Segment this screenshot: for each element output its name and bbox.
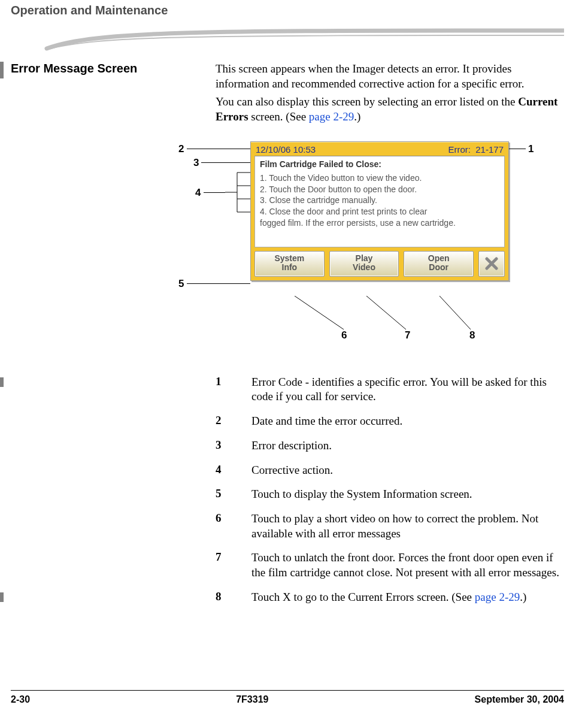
legend-text-span: Error description. xyxy=(251,439,332,452)
bracket-icon xyxy=(225,171,251,216)
footer-rule xyxy=(11,690,564,691)
dialog-step-4: 4. Close the door and print test prints … xyxy=(260,206,499,217)
legend-text-span: System Information xyxy=(347,488,437,500)
dialog-button-row: System Info Play Video Open Door xyxy=(251,251,508,280)
leader-line xyxy=(440,296,475,332)
section-title: Error Message Screen xyxy=(11,62,216,75)
svg-line-1 xyxy=(366,296,406,329)
legend-text: Date and time the error occurred. xyxy=(251,414,564,429)
legend-number: 5 xyxy=(216,487,251,500)
legend-row: 5Touch to display the System Information… xyxy=(216,487,564,502)
legend-text-span: to go to the xyxy=(291,591,348,603)
legend-text-span: Touch to unlatch the front door. Forces … xyxy=(251,551,559,579)
footer: 2-30 7F3319 September 30, 2004 xyxy=(11,690,564,705)
legend-text-span: screen. (See xyxy=(414,591,475,603)
legend-text: Touch to unlatch the front door. Forces … xyxy=(251,550,564,580)
legend-text: Corrective action. xyxy=(251,463,564,478)
legend-text: Touch to play a short video on how to co… xyxy=(251,512,564,541)
footer-row: 2-30 7F3319 September 30, 2004 xyxy=(11,694,564,705)
dialog-error-label: Error: xyxy=(448,144,471,155)
page: Operation and Maintenance Error Message … xyxy=(0,0,588,723)
dialog-step-1: 1. Touch the Video button to view the vi… xyxy=(260,173,499,184)
legend-text-span: Corrective action. xyxy=(251,464,333,476)
legend-text-span: Touch xyxy=(251,591,283,603)
legend-text: Touch X to go to the Current Errors scre… xyxy=(251,590,564,605)
intro-para-2-link[interactable]: page 2-29 xyxy=(309,110,354,123)
play-video-button-l1: Play xyxy=(332,254,396,263)
legend-number: 8 xyxy=(216,590,251,603)
legend-text-span: Date and time the error occurred. xyxy=(251,415,402,427)
play-video-button[interactable]: Play Video xyxy=(329,251,399,277)
footer-page: 2-30 xyxy=(11,694,30,705)
close-button[interactable] xyxy=(478,251,505,277)
close-icon xyxy=(485,257,498,270)
change-bar-icon xyxy=(0,62,4,78)
legend-text-span: X xyxy=(283,591,291,603)
legend-row: 7Touch to unlatch the front door. Forces… xyxy=(216,550,564,580)
legend-row: 2Date and time the error occurred. xyxy=(216,414,564,429)
open-door-button-l2: Door xyxy=(407,263,471,272)
header-swoosh xyxy=(11,23,564,59)
legend-text: Touch to display the System Information … xyxy=(251,487,564,502)
legend-number: 2 xyxy=(216,414,251,427)
content: Error Message Screen This screen appears… xyxy=(11,62,564,604)
legend-text-span: Current Errors xyxy=(348,591,414,603)
legend-number: 1 xyxy=(216,375,251,388)
leader-line xyxy=(204,192,225,193)
leader-line xyxy=(295,296,348,332)
intro-para-1: This screen appears when the Imager dete… xyxy=(216,62,564,91)
intro-para-2-mid: screen. (See xyxy=(248,110,309,123)
dialog-titlebar: 12/10/06 10:53 Error: 21-177 xyxy=(251,142,508,156)
callout-1: 1 xyxy=(528,143,534,155)
legend-row: 3Error description. xyxy=(216,438,564,453)
legend-text: Error Code - identifies a specific error… xyxy=(251,375,564,404)
intro-para-2-post: .) xyxy=(354,110,360,123)
system-info-button[interactable]: System Info xyxy=(254,251,325,277)
footer-date: September 30, 2004 xyxy=(475,694,564,705)
legend-text-span: screen. xyxy=(438,488,472,500)
open-door-button[interactable]: Open Door xyxy=(404,251,474,277)
legend-text: Error description. xyxy=(251,438,564,453)
dialog-step-2: 2. Touch the Door button to open the doo… xyxy=(260,184,499,195)
legend-number: 6 xyxy=(216,512,251,525)
figure: 2 3 4 5 1 6 7 8 xyxy=(178,141,550,357)
footer-docnum: 7F3319 xyxy=(236,694,268,705)
leader-line xyxy=(187,283,250,284)
dialog-body-title: Film Cartridge Failed to Close: xyxy=(260,159,499,170)
page-link[interactable]: page 2-29 xyxy=(475,591,520,603)
dialog-step-tail: fogged film. If the error persists, use … xyxy=(260,217,499,229)
intro-para-2: You can also display this screen by sele… xyxy=(216,95,564,124)
right-column: This screen appears when the Imager dete… xyxy=(216,62,564,128)
legend-list: 1Error Code - identifies a specific erro… xyxy=(216,375,564,605)
callout-4: 4 xyxy=(195,187,201,199)
intro-para-2-pre: You can also display this screen by sele… xyxy=(216,95,518,108)
legend-text-span: .) xyxy=(520,591,526,603)
dialog-body: Film Cartridge Failed to Close: 1. Touch… xyxy=(254,156,505,247)
legend-row: 4Corrective action. xyxy=(216,463,564,478)
legend-number: 4 xyxy=(216,463,251,476)
dialog-error-block: Error: 21-177 xyxy=(448,144,504,155)
play-video-button-l2: Video xyxy=(332,263,396,272)
callout-3: 3 xyxy=(193,157,199,169)
leader-line xyxy=(187,149,250,149)
dialog-step-3: 3. Close the cartridge manually. xyxy=(260,195,499,206)
legend-row: 1Error Code - identifies a specific erro… xyxy=(216,375,564,404)
error-dialog: 12/10/06 10:53 Error: 21-177 Film Cartri… xyxy=(250,141,509,281)
legend-text-span: Touch to display the xyxy=(251,488,347,500)
leader-line xyxy=(366,296,408,332)
change-bar-icon xyxy=(0,377,4,387)
legend-row: 6Touch to play a short video on how to c… xyxy=(216,512,564,541)
system-info-button-l2: Info xyxy=(257,263,322,272)
legend-number: 3 xyxy=(216,438,251,452)
dialog-error-code: 21-177 xyxy=(475,144,504,155)
svg-line-2 xyxy=(440,296,471,329)
running-head: Operation and Maintenance xyxy=(11,4,168,17)
system-info-button-l1: System xyxy=(257,254,322,263)
legend-row: 8Touch X to go to the Current Errors scr… xyxy=(216,590,564,605)
callout-5: 5 xyxy=(178,278,184,290)
legend-text-span: Touch to play a short video on how to co… xyxy=(251,512,538,540)
header-row: Operation and Maintenance xyxy=(11,4,564,17)
left-column: Error Message Screen xyxy=(11,62,216,75)
svg-line-0 xyxy=(295,296,344,329)
open-door-button-l1: Open xyxy=(407,254,471,263)
